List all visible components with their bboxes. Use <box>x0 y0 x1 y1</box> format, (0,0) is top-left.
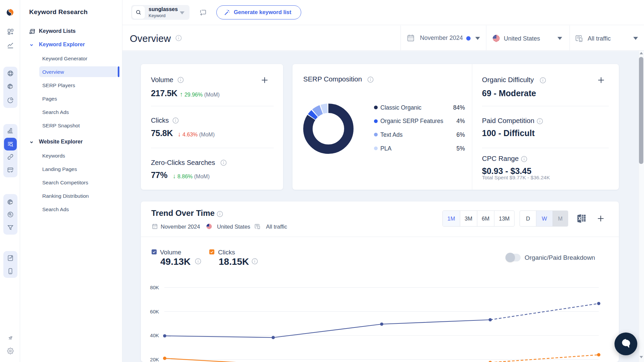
svg-text:20K: 20K <box>150 357 159 362</box>
svg-text:80K: 80K <box>150 285 159 290</box>
svg-text:60K: 60K <box>150 309 159 314</box>
svg-text:40K: 40K <box>150 333 159 338</box>
